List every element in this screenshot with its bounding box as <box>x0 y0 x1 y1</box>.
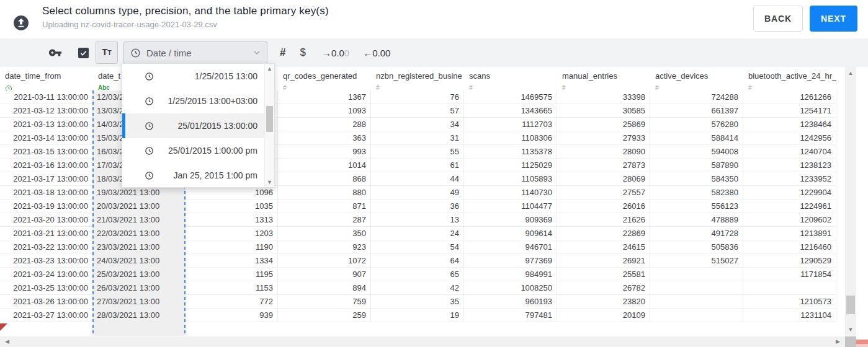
vertical-scrollbar-thumb[interactable] <box>846 296 855 314</box>
table-cell[interactable]: 2021-03-24 13:00:00 <box>0 268 93 281</box>
table-cell[interactable]: 1105893 <box>464 172 557 186</box>
table-cell[interactable]: 880 <box>278 186 371 200</box>
table-cell[interactable]: 1096 <box>186 186 278 200</box>
table-cell[interactable] <box>650 268 743 281</box>
table-cell[interactable]: 478889 <box>650 213 743 227</box>
table-cell[interactable]: 868 <box>278 172 371 186</box>
type-dropdown[interactable]: Date / time <box>123 42 267 64</box>
table-cell[interactable]: 28090 <box>557 145 650 159</box>
table-cell[interactable]: 1213891 <box>743 227 836 240</box>
table-cell[interactable]: 907 <box>278 268 371 281</box>
table-cell[interactable]: 993 <box>278 145 371 159</box>
table-cell[interactable]: 54 <box>371 240 464 254</box>
back-button[interactable]: BACK <box>753 6 803 32</box>
table-cell[interactable]: 57 <box>371 104 464 118</box>
table-cell[interactable]: 2021-03-18 13:00:00 <box>0 186 93 200</box>
table-cell[interactable]: 582380 <box>650 186 743 200</box>
table-cell[interactable]: 36 <box>371 200 464 213</box>
table-cell[interactable]: 1238123 <box>743 159 836 172</box>
table-cell[interactable]: 1240704 <box>743 145 836 159</box>
table-cell[interactable]: 31 <box>371 131 464 145</box>
table-cell[interactable]: 960193 <box>464 295 557 309</box>
table-cell[interactable]: 26/03/2021 13:00 <box>93 281 186 295</box>
table-cell[interactable]: 1343665 <box>464 104 557 118</box>
table-cell[interactable]: 1125029 <box>464 159 557 172</box>
table-cell[interactable]: 1014 <box>278 159 371 172</box>
table-cell[interactable]: 2021-03-22 13:00:00 <box>0 240 93 254</box>
table-cell[interactable]: 22869 <box>557 227 650 240</box>
table-cell[interactable]: 65 <box>371 268 464 281</box>
table-cell[interactable] <box>743 281 836 295</box>
scroll-up-icon[interactable]: ▲ <box>845 68 856 79</box>
table-cell[interactable]: 13 <box>371 213 464 227</box>
table-cell[interactable]: 946701 <box>464 240 557 254</box>
table-cell[interactable]: 1209602 <box>743 213 836 227</box>
table-cell[interactable]: 24615 <box>557 240 650 254</box>
table-cell[interactable]: 1108306 <box>464 131 557 145</box>
table-cell[interactable]: 1135378 <box>464 145 557 159</box>
table-cell[interactable]: 34 <box>371 118 464 131</box>
table-cell[interactable]: 21626 <box>557 213 650 227</box>
table-cell[interactable]: 1104477 <box>464 200 557 213</box>
table-cell[interactable]: 2021-03-15 13:00:00 <box>0 145 93 159</box>
table-cell[interactable]: 22/03/2021 13:00 <box>93 227 186 240</box>
scroll-down-icon[interactable]: ▼ <box>845 325 856 335</box>
table-cell[interactable]: 1224961 <box>743 200 836 213</box>
table-cell[interactable]: 871 <box>278 200 371 213</box>
table-cell[interactable]: 44 <box>371 172 464 186</box>
table-cell[interactable]: 1093 <box>278 104 371 118</box>
number-type-icon[interactable]: # <box>280 46 285 59</box>
table-cell[interactable]: 939 <box>186 309 278 322</box>
table-cell[interactable]: 894 <box>278 281 371 295</box>
table-cell[interactable]: 49 <box>371 186 464 200</box>
table-cell[interactable]: 28069 <box>557 172 650 186</box>
table-cell[interactable]: 594008 <box>650 145 743 159</box>
table-cell[interactable]: 61 <box>371 159 464 172</box>
primary-key-icon[interactable] <box>48 46 62 59</box>
table-cell[interactable]: 2021-03-20 13:00:00 <box>0 213 93 227</box>
table-cell[interactable]: 23820 <box>557 295 650 309</box>
table-cell[interactable]: 1290529 <box>743 254 836 268</box>
table-cell[interactable]: 55 <box>371 145 464 159</box>
table-cell[interactable]: 2021-03-19 13:00:00 <box>0 200 93 213</box>
table-cell[interactable]: 30585 <box>557 104 650 118</box>
table-cell[interactable]: 64 <box>371 254 464 268</box>
table-cell[interactable]: 1334 <box>186 254 278 268</box>
scroll-left-icon[interactable]: ◀ <box>5 336 9 347</box>
table-cell[interactable]: 909369 <box>464 213 557 227</box>
table-cell[interactable] <box>650 309 743 322</box>
table-cell[interactable]: 556123 <box>650 200 743 213</box>
table-cell[interactable]: 1171854 <box>743 268 836 281</box>
table-cell[interactable]: 923 <box>278 240 371 254</box>
table-cell[interactable]: 2021-03-21 13:00:00 <box>0 227 93 240</box>
table-cell[interactable]: 909614 <box>464 227 557 240</box>
table-cell[interactable]: 28/03/2021 13:00 <box>93 309 186 322</box>
dropdown-scrollbar-thumb[interactable] <box>266 106 273 132</box>
table-cell[interactable]: 1210573 <box>743 295 836 309</box>
table-cell[interactable]: 21/03/2021 13:00 <box>93 213 186 227</box>
table-cell[interactable]: 20109 <box>557 309 650 322</box>
table-cell[interactable]: 584350 <box>650 172 743 186</box>
scroll-up-icon[interactable]: ▲ <box>265 64 274 73</box>
next-button[interactable]: NEXT <box>810 6 857 32</box>
text-type-button[interactable]: TT <box>96 42 118 64</box>
table-cell[interactable]: 35 <box>371 295 464 309</box>
table-cell[interactable]: 363 <box>278 131 371 145</box>
table-cell[interactable]: 1469575 <box>464 90 557 104</box>
table-cell[interactable] <box>650 281 743 295</box>
date-format-option[interactable]: Jan 25, 2015 1:00 pm <box>122 163 265 187</box>
table-cell[interactable]: 288 <box>278 118 371 131</box>
table-cell[interactable]: 26016 <box>557 200 650 213</box>
table-cell[interactable]: 2021-03-27 13:00:00 <box>0 309 93 322</box>
table-cell[interactable]: 25/03/2021 13:00 <box>93 268 186 281</box>
table-cell[interactable]: 587890 <box>650 159 743 172</box>
table-cell[interactable]: 772 <box>186 295 278 309</box>
table-cell[interactable]: 20/03/2021 13:00 <box>93 200 186 213</box>
table-cell[interactable]: 19 <box>371 309 464 322</box>
table-cell[interactable]: 505836 <box>650 240 743 254</box>
table-cell[interactable]: 19/03/2021 13:00 <box>93 186 186 200</box>
table-cell[interactable]: 1140730 <box>464 186 557 200</box>
table-cell[interactable]: 797481 <box>464 309 557 322</box>
scroll-right-icon[interactable]: ▶ <box>836 336 840 347</box>
table-cell[interactable]: 23/03/2021 13:00 <box>93 240 186 254</box>
